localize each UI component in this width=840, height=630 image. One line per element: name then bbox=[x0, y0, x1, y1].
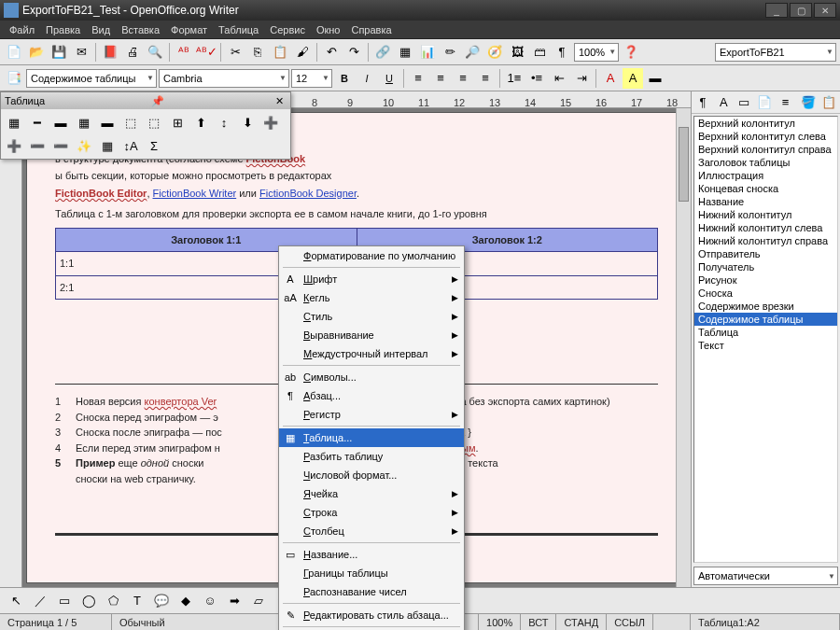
menu-item[interactable]: Строка▶ bbox=[279, 503, 464, 522]
menu-help[interactable]: Справка bbox=[345, 22, 397, 37]
email-button[interactable]: ✉ bbox=[71, 42, 91, 63]
chart-button[interactable]: 📊 bbox=[417, 42, 438, 63]
align-justify-button[interactable]: ≡ bbox=[475, 68, 496, 89]
vertical-scrollbar[interactable] bbox=[676, 108, 691, 587]
pin-icon[interactable]: 📌 bbox=[151, 95, 164, 107]
menu-item[interactable]: Абзац...¶ bbox=[279, 386, 464, 405]
tb-sort-icon[interactable]: ↕A bbox=[119, 134, 142, 157]
save-button[interactable]: 💾 bbox=[49, 42, 69, 63]
align-right-button[interactable]: ≡ bbox=[453, 68, 473, 89]
underline-button[interactable]: U bbox=[379, 68, 399, 89]
styles-button[interactable]: 📑 bbox=[4, 68, 24, 89]
gallery-button[interactable]: 🖼 bbox=[507, 42, 527, 63]
copy-button[interactable]: ⎘ bbox=[247, 42, 268, 63]
align-center-button[interactable]: ≡ bbox=[430, 68, 451, 89]
nonprinting-button[interactable]: ¶ bbox=[552, 42, 572, 63]
parastyle-combo[interactable]: Содержимое таблицы▼ bbox=[26, 69, 157, 88]
menu-edit[interactable]: Правка bbox=[40, 22, 86, 37]
style-item[interactable]: Отправитель bbox=[694, 247, 837, 260]
tb-bottom-icon[interactable]: ⬇ bbox=[236, 111, 259, 133]
menu-item[interactable]: Выравнивание▶ bbox=[279, 326, 464, 344]
table-button[interactable]: ▦ bbox=[395, 42, 415, 63]
menu-item[interactable]: Редактировать стиль абзаца...✎ bbox=[279, 606, 464, 624]
menu-item[interactable]: Столбец▶ bbox=[279, 522, 464, 540]
fontname-combo[interactable]: Cambria▼ bbox=[159, 69, 289, 88]
zoom-combo[interactable]: 100%▼ bbox=[574, 43, 619, 62]
align-left-button[interactable]: ≡ bbox=[408, 68, 428, 89]
show-draw-button[interactable]: ✏ bbox=[440, 42, 460, 63]
bgcolor-button[interactable]: ▬ bbox=[645, 68, 665, 89]
bold-button[interactable]: B bbox=[334, 68, 355, 89]
fillformat-icon[interactable]: 🪣 bbox=[799, 92, 818, 113]
paste-button[interactable]: 📋 bbox=[270, 42, 290, 63]
symbolshapes-icon[interactable]: ☺ bbox=[200, 591, 220, 611]
tb-center-icon[interactable]: ↕ bbox=[213, 111, 235, 133]
status-caps[interactable]: СТАНД bbox=[556, 614, 607, 630]
style-item[interactable]: Заголовок таблицы bbox=[694, 156, 837, 169]
decrease-indent-button[interactable]: ⇤ bbox=[549, 68, 569, 89]
menu-item[interactable]: Форматирование по умолчанию bbox=[279, 246, 464, 265]
menu-table[interactable]: Таблица bbox=[213, 22, 264, 37]
menu-item[interactable]: ШрифтA▶ bbox=[279, 270, 464, 288]
menu-item[interactable]: Распознавание чисел bbox=[279, 582, 464, 601]
tb-borders-icon[interactable]: ▦ bbox=[73, 111, 95, 133]
style-item[interactable]: Нижний колонтитул слева bbox=[694, 221, 837, 234]
link[interactable]: FictionBook Editor bbox=[55, 188, 147, 199]
table-toolbar-title[interactable]: Таблица 📌 ✕ bbox=[1, 92, 290, 109]
menu-item[interactable]: Ячейка▶ bbox=[279, 484, 464, 503]
style-item[interactable]: Таблица bbox=[694, 326, 837, 339]
menu-item[interactable]: Таблица...▦ bbox=[279, 428, 464, 447]
tb-insertrow-icon[interactable]: ➕ bbox=[259, 111, 282, 133]
table-toolbar[interactable]: Таблица 📌 ✕ ▦ ━ ▬ ▦ ▬ ⬚ ⬚ ⊞ ⬆ ↕ ⬇ ➕ ➕ ➖ … bbox=[0, 91, 291, 160]
vertical-ruler[interactable] bbox=[0, 108, 22, 587]
menu-view[interactable]: Вид bbox=[86, 22, 116, 37]
datasources-button[interactable]: 🗃 bbox=[529, 42, 550, 63]
close-icon[interactable]: ✕ bbox=[273, 95, 287, 107]
close-button[interactable]: ✕ bbox=[814, 3, 836, 18]
style-item[interactable]: Иллюстрация bbox=[694, 169, 837, 182]
help-button[interactable]: ❓ bbox=[621, 42, 641, 63]
menu-item[interactable]: Стиль▶ bbox=[279, 307, 464, 326]
fontsize-combo[interactable]: 12▼ bbox=[291, 69, 332, 88]
status-cell[interactable]: Таблица1:A2 bbox=[691, 614, 840, 630]
status-zoom[interactable]: 100% bbox=[479, 614, 521, 630]
menu-item[interactable]: КегльaA▶ bbox=[279, 288, 464, 307]
menu-item[interactable]: Символы...ab bbox=[279, 368, 464, 386]
menu-file[interactable]: Файл bbox=[4, 22, 40, 37]
fontcolor-button[interactable]: A bbox=[600, 68, 621, 89]
style-item[interactable]: Содержимое врезки bbox=[694, 300, 837, 313]
tb-top-icon[interactable]: ⬆ bbox=[189, 111, 212, 133]
spellcheck-button[interactable]: ᴬᴮ bbox=[174, 42, 194, 63]
style-item[interactable]: Нижний колонтитул справа bbox=[694, 234, 837, 247]
tb-split-icon[interactable]: ⬚ bbox=[143, 111, 165, 133]
menu-insert[interactable]: Вставка bbox=[116, 22, 165, 37]
bullets-button[interactable]: •≡ bbox=[526, 68, 547, 89]
tb-sum-icon[interactable]: Σ bbox=[143, 134, 165, 157]
styles-list[interactable]: Верхний колонтитулВерхний колонтитул сле… bbox=[693, 116, 838, 563]
style-item[interactable]: Сноска bbox=[694, 287, 837, 300]
style-item[interactable]: Верхний колонтитул справа bbox=[694, 143, 837, 156]
arrows-icon[interactable]: ➡ bbox=[224, 591, 245, 611]
parastyles-icon[interactable]: ¶ bbox=[693, 92, 712, 113]
pdf-button[interactable]: 📕 bbox=[100, 42, 120, 63]
tb-deleterow-icon[interactable]: ➖ bbox=[26, 134, 49, 157]
menu-item[interactable]: Числовой формат... bbox=[279, 466, 464, 484]
pagestyles-icon[interactable]: 📄 bbox=[755, 92, 774, 113]
open-button[interactable]: 📂 bbox=[26, 42, 47, 63]
newstyle-icon[interactable]: 📋 bbox=[819, 92, 838, 113]
style-item[interactable]: Содержимое таблицы bbox=[694, 313, 837, 326]
new-button[interactable]: 📄 bbox=[4, 42, 24, 63]
tb-deletecol-icon[interactable]: ➖ bbox=[49, 134, 72, 157]
tb-bgcolor-icon[interactable]: ▬ bbox=[96, 111, 119, 133]
context-menu[interactable]: Форматирование по умолчаниюШрифтA▶Кегльa… bbox=[278, 245, 465, 630]
italic-button[interactable]: I bbox=[357, 68, 377, 89]
callout-icon[interactable]: 💬 bbox=[151, 591, 172, 611]
style-item[interactable]: Название bbox=[694, 195, 837, 208]
find-button[interactable]: 🔎 bbox=[462, 42, 483, 63]
menu-item[interactable]: Регистр▶ bbox=[279, 405, 464, 424]
autospell-button[interactable]: ᴬᴮ✓ bbox=[196, 42, 217, 63]
tb-autoformat-icon[interactable]: ✨ bbox=[73, 134, 95, 157]
tb-linecolor-icon[interactable]: ▬ bbox=[49, 111, 72, 133]
status-sel[interactable]: ССЫЛ bbox=[607, 614, 653, 630]
tb-insertcol-icon[interactable]: ➕ bbox=[3, 134, 25, 157]
